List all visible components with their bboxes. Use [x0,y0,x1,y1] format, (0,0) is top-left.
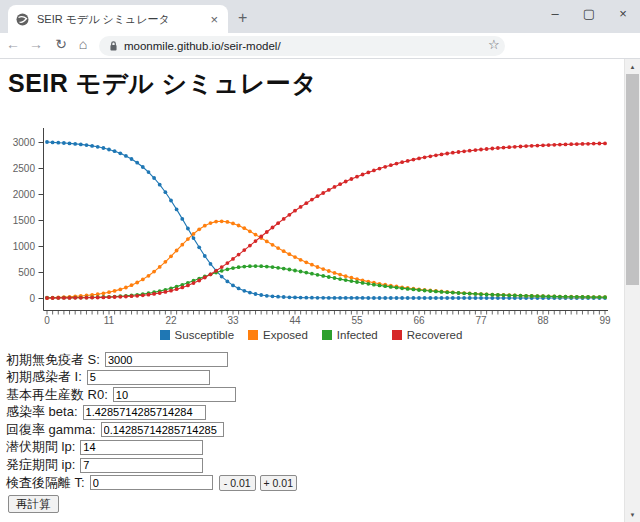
bookmark-star-icon[interactable]: ☆ [488,37,500,52]
infected-swatch [322,330,332,340]
lock-icon [109,40,118,52]
forward-icon[interactable]: → [26,36,46,52]
svg-text:55: 55 [351,315,363,326]
svg-text:3000: 3000 [13,137,36,148]
scroll-down-icon[interactable]: ▼ [625,507,640,522]
exposed-swatch [248,330,258,340]
browser-tab[interactable]: SEIR モデル シミュレータ × [8,5,228,33]
minimize-button[interactable]: – [538,0,572,26]
back-icon[interactable]: ← [3,36,23,52]
svg-text:1000: 1000 [13,241,36,252]
home-icon[interactable]: ⌂ [73,36,93,52]
gamma-label: 回復率 gamma: [6,421,96,439]
address-bar[interactable]: moonmile.github.io/seir-model/ [99,36,505,56]
legend-label: Susceptible [175,329,234,341]
recalculate-button[interactable]: 再計算 [8,495,59,513]
svg-text:88: 88 [537,315,549,326]
decrement-t-button[interactable]: - 0.01 [219,475,256,491]
scroll-up-icon[interactable]: ▲ [625,59,640,74]
svg-text:22: 22 [165,315,177,326]
close-button[interactable]: × [606,0,640,26]
page-scrollbar[interactable]: ▲ ▼ [624,59,640,522]
beta-label: 感染率 beta: [6,403,78,421]
browser-toolbar: ← → ↻ ⌂ moonmile.github.io/seir-model/ ☆… [0,33,640,59]
new-tab-button[interactable]: + [238,9,247,27]
form-row-ip: 発症期間 ip: [6,458,297,473]
lp-label: 潜伏期間 lp: [6,438,75,456]
svg-text:11: 11 [104,315,115,326]
chart-legend: Susceptible Exposed Infected Recovered [0,329,622,341]
browser-titlebar: SEIR モデル シミュレータ × + – ▢ × [0,0,640,33]
form-row-r0: 基本再生産数 R0: [6,387,297,402]
beta-input[interactable] [83,405,206,420]
svg-text:1500: 1500 [13,215,36,226]
tab-title: SEIR モデル シミュレータ [37,12,208,27]
legend-item-susceptible[interactable]: Susceptible [160,329,234,341]
increment-t-button[interactable]: + 0.01 [260,475,297,491]
svg-text:44: 44 [289,315,301,326]
svg-text:2500: 2500 [13,163,36,174]
svg-text:77: 77 [475,315,487,326]
s-input[interactable] [105,352,228,367]
web-page: SEIR モデル シミュレータ 050010001500200025003000… [0,59,624,522]
gamma-input[interactable] [101,422,224,437]
svg-text:66: 66 [413,315,425,326]
form-row-lp: 潜伏期間 lp: [6,440,297,455]
svg-text:0: 0 [44,315,50,326]
t-input[interactable] [90,475,213,490]
i-input[interactable] [87,370,210,385]
scrollbar-thumb[interactable] [626,74,639,285]
ip-input[interactable] [80,458,203,473]
r0-input[interactable] [113,387,236,402]
page-title: SEIR モデル シミュレータ [8,67,317,100]
seir-chart: 0500100015002000250030000112233445566778… [0,118,622,330]
maximize-button[interactable]: ▢ [572,0,606,26]
site-favicon [16,13,29,26]
s-label: 初期無免疫者 S: [6,351,100,369]
svg-text:2000: 2000 [13,189,36,200]
legend-label: Exposed [263,329,308,341]
tab-close-icon[interactable]: × [208,12,220,27]
i-label: 初期感染者 I: [6,368,82,386]
form-row-t: 検査後隔離 T: - 0.01 + 0.01 [6,475,297,490]
legend-item-exposed[interactable]: Exposed [248,329,308,341]
svg-text:99: 99 [599,315,611,326]
lp-input[interactable] [80,440,203,455]
susceptible-swatch [160,330,170,340]
t-label: 検査後隔離 T: [6,474,85,492]
reload-icon[interactable]: ↻ [51,36,71,52]
form-row-beta: 感染率 beta: [6,405,297,420]
form-row-s: 初期無免疫者 S: [6,352,297,367]
svg-text:500: 500 [18,267,35,278]
form-row-i: 初期感染者 I: [6,370,297,385]
parameter-form: 初期無免疫者 S: 初期感染者 I: 基本再生産数 R0: 感染率 beta: … [6,352,297,493]
r0-label: 基本再生産数 R0: [6,386,108,404]
svg-text:0: 0 [29,293,35,304]
ip-label: 発症期間 ip: [6,456,75,474]
seir-chart-canvas: 0500100015002000250030000112233445566778… [0,118,622,330]
legend-item-infected[interactable]: Infected [322,329,378,341]
legend-item-recovered[interactable]: Recovered [392,329,463,341]
legend-label: Infected [337,329,378,341]
recovered-swatch [392,330,402,340]
form-row-gamma: 回復率 gamma: [6,422,297,437]
legend-label: Recovered [407,329,463,341]
url-text: moonmile.github.io/seir-model/ [124,40,281,52]
window-controls: – ▢ × [538,0,640,26]
svg-text:33: 33 [227,315,239,326]
